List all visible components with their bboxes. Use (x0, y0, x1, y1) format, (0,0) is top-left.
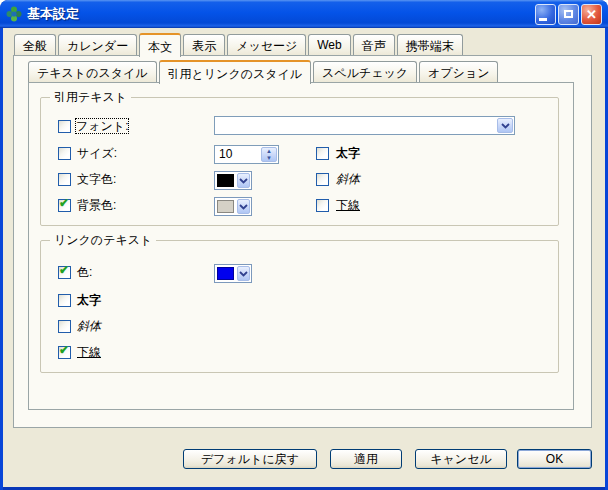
tab-message[interactable]: メッセージ (227, 34, 306, 55)
link-text-group: リンクのテキスト ✔ 色: ✔ 太字 ✔ 斜体 ✔ 下線 (40, 240, 559, 373)
spinner-down-icon[interactable]: ▼ (262, 155, 276, 162)
tab-mobile[interactable]: 携帯端末 (397, 34, 463, 55)
chevron-down-icon[interactable] (237, 199, 250, 214)
apply-button[interactable]: 適用 (330, 449, 402, 469)
spinner-arrows[interactable]: ▲ ▼ (261, 147, 277, 162)
size-value[interactable]: 10 (215, 146, 260, 163)
window-controls: ✕ (535, 4, 602, 25)
text-color-label[interactable]: 文字色: (77, 172, 116, 186)
chevron-down-icon[interactable] (497, 118, 513, 133)
chevron-down-icon[interactable] (237, 173, 250, 188)
quote-underline-label[interactable]: 下線 (336, 198, 360, 212)
tab-spell-check[interactable]: スペルチェック (313, 61, 417, 82)
cancel-button[interactable]: キャンセル (415, 449, 507, 469)
font-dropdown[interactable] (214, 116, 515, 135)
quote-underline-checkbox[interactable]: ✔ (316, 199, 329, 212)
text-color-dropdown[interactable] (214, 171, 252, 190)
text-color-checkbox[interactable]: ✔ (58, 173, 71, 186)
link-underline-checkbox[interactable]: ✔ (58, 346, 71, 359)
link-color-swatch (217, 267, 234, 280)
bg-color-swatch (217, 200, 234, 213)
link-bold-label[interactable]: 太字 (77, 293, 101, 307)
close-button[interactable]: ✕ (581, 4, 602, 25)
link-underline-label[interactable]: 下線 (77, 345, 101, 359)
tab-options[interactable]: オプション (419, 61, 498, 82)
link-italic-label[interactable]: 斜体 (77, 319, 101, 333)
link-color-label[interactable]: 色: (77, 265, 92, 279)
link-italic-checkbox[interactable]: ✔ (58, 320, 71, 333)
maximize-icon (564, 10, 573, 18)
close-icon: ✕ (586, 8, 597, 21)
window-title: 基本設定 (27, 5, 79, 23)
tab-audio[interactable]: 音声 (353, 34, 395, 55)
tab-web[interactable]: Web (308, 34, 350, 55)
size-spinner[interactable]: 10 ▲ ▼ (214, 145, 279, 164)
preferences-dialog: 基本設定 ✕ 全般 カレンダー 本文 表示 メッセージ Web 音声 携帯端末 … (0, 0, 608, 490)
maximize-button[interactable] (558, 4, 579, 25)
app-icon (6, 6, 22, 22)
tab-text-style[interactable]: テキストのスタイル (28, 61, 157, 82)
size-label[interactable]: サイズ: (77, 146, 117, 160)
font-dropdown-value (215, 117, 496, 134)
bg-color-checkbox[interactable]: ✔ (58, 199, 71, 212)
tab-display[interactable]: 表示 (183, 34, 225, 55)
link-color-checkbox[interactable]: ✔ (58, 266, 71, 279)
quote-text-group: 引用テキスト ✔ フォント: ✔ サイズ: 10 ▲ ▼ ✔ 太字 ✔ 文字色: (40, 97, 559, 226)
chevron-down-icon[interactable] (237, 266, 250, 281)
quote-italic-checkbox[interactable]: ✔ (316, 173, 329, 186)
text-color-swatch (217, 174, 234, 187)
size-checkbox[interactable]: ✔ (58, 147, 71, 160)
font-label[interactable]: フォント: (76, 119, 128, 133)
tab-body-text[interactable]: 本文 (139, 33, 181, 57)
font-checkbox[interactable]: ✔ (58, 120, 71, 133)
quote-bold-checkbox[interactable]: ✔ (316, 147, 329, 160)
minimize-icon (539, 18, 547, 21)
quote-bold-label[interactable]: 太字 (336, 146, 360, 160)
bg-color-label[interactable]: 背景色: (77, 198, 116, 212)
link-color-dropdown[interactable] (214, 264, 252, 283)
primary-tab-bar: 全般 カレンダー 本文 表示 メッセージ Web 音声 携帯端末 (14, 33, 463, 55)
tab-calendar[interactable]: カレンダー (58, 34, 137, 55)
quote-italic-label[interactable]: 斜体 (336, 172, 360, 186)
bg-color-dropdown[interactable] (214, 197, 252, 216)
reset-defaults-button[interactable]: デフォルトに戻す (183, 449, 317, 469)
quote-text-group-title: 引用テキスト (50, 90, 131, 104)
tab-quote-link-style[interactable]: 引用とリンクのスタイル (159, 60, 312, 84)
minimize-button[interactable] (535, 4, 556, 25)
link-text-group-title: リンクのテキスト (50, 233, 156, 247)
ok-button[interactable]: OK (517, 449, 592, 469)
title-bar[interactable]: 基本設定 ✕ (0, 0, 608, 28)
tab-general[interactable]: 全般 (14, 34, 56, 55)
link-bold-checkbox[interactable]: ✔ (58, 294, 71, 307)
secondary-tab-bar: テキストのスタイル 引用とリンクのスタイル スペルチェック オプション (28, 60, 498, 82)
